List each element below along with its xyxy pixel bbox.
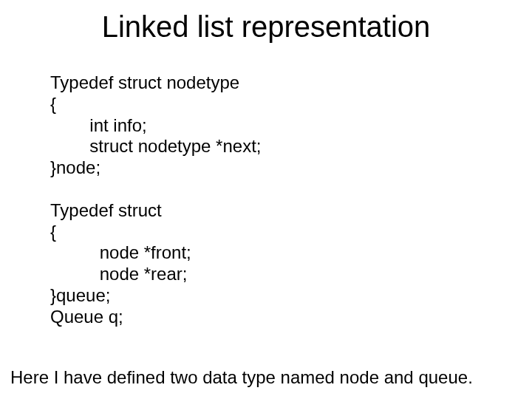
code-line: Queue q;	[50, 307, 517, 328]
code-line: node *rear;	[50, 264, 517, 285]
footer-text: Here I have defined two data type named …	[10, 367, 525, 389]
blank-line	[50, 179, 517, 200]
code-line: {	[50, 94, 517, 115]
code-block: Typedef struct nodetype { int info; stru…	[50, 72, 517, 328]
code-line: }node;	[50, 157, 517, 179]
code-line: int info;	[50, 115, 517, 137]
code-line: struct nodetype *next;	[50, 136, 517, 157]
slide-title: Linked list representation	[0, 10, 532, 44]
code-line: Typedef struct nodetype	[50, 72, 517, 94]
code-line: }queue;	[50, 285, 517, 307]
code-line: node *front;	[50, 242, 517, 264]
code-line: Typedef struct	[50, 200, 517, 222]
slide: Linked list representation Typedef struc…	[0, 0, 532, 399]
code-line: {	[50, 222, 517, 243]
